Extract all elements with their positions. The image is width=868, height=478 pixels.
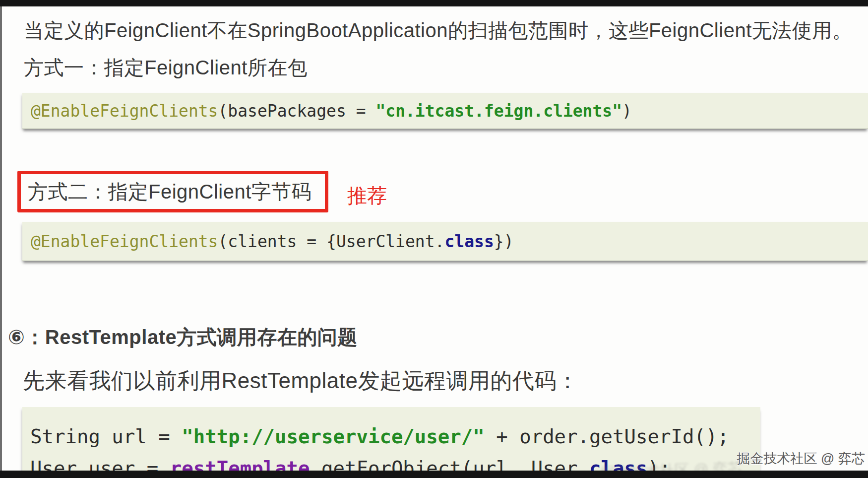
code-line: @EnableFeignClients(basePackages = "cn.i… xyxy=(22,101,632,121)
keyword-token: class xyxy=(444,232,494,251)
section-heading: ⑥：RestTemplate方式调用存在的问题 xyxy=(8,324,358,351)
code-text-token: (basePackages = xyxy=(218,101,376,121)
annotation-token: @EnableFeignClients xyxy=(31,101,218,121)
method-two-highlight-box: 方式二：指定FeignClient字节码 xyxy=(17,171,328,212)
code-text-token: (clients = {UserClient. xyxy=(218,232,445,251)
bottom-black-bar xyxy=(0,471,868,478)
left-frame-line xyxy=(0,0,2,478)
code-text-token: String url = xyxy=(30,425,182,448)
recommend-label: 推荐 xyxy=(347,182,387,209)
top-black-bar xyxy=(0,0,868,6)
method-two-title: 方式二：指定FeignClient字节码 xyxy=(21,178,311,205)
code-text-token: ) xyxy=(622,101,632,121)
code-line-url: String url = "http://userservice/user/" … xyxy=(30,421,760,453)
juejin-watermark: 掘金技术社区 @ 弈芯 xyxy=(737,450,865,468)
document-page: { "intro": { "text": "当定义的FeignClient不在S… xyxy=(0,0,868,478)
string-token: "cn.itcast.feign.clients" xyxy=(375,101,622,121)
section-lead-paragraph: 先来看我们以前利用RestTemplate发起远程调用的代码： xyxy=(23,366,579,396)
code-text-token: }) xyxy=(494,232,514,251)
code-line: @EnableFeignClients(clients = {UserClien… xyxy=(22,232,514,251)
code-block-clients: @EnableFeignClients(clients = {UserClien… xyxy=(22,222,868,261)
annotation-token: @EnableFeignClients xyxy=(31,232,218,251)
code-block-base-packages: @EnableFeignClients(basePackages = "cn.i… xyxy=(22,93,868,129)
intro-paragraph: 当定义的FeignClient不在SpringBootApplication的扫… xyxy=(24,17,852,44)
string-token: "http://userservice/user/" xyxy=(182,425,484,448)
method-one-title: 方式一：指定FeignClient所在包 xyxy=(24,54,308,81)
code-text-token: + order.getUserId(); xyxy=(485,425,729,448)
